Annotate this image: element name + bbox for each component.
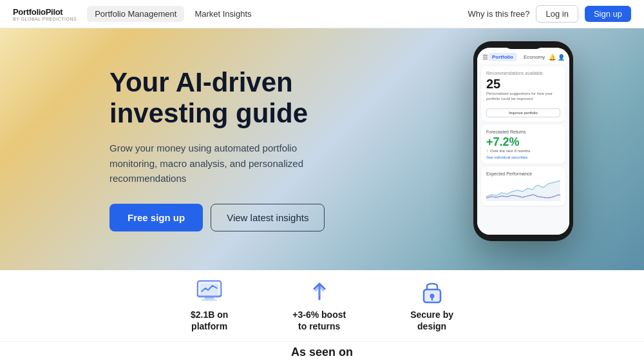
forecasted-period: Over the next 6 months	[490, 149, 530, 153]
recommendations-card: Recommendations available 25 Personalise…	[481, 66, 565, 122]
stat-platform-text: $2.1B on platform	[191, 309, 228, 332]
monitor-icon	[194, 279, 225, 304]
expected-performance-card: Expected Performance	[481, 167, 565, 206]
hero-buttons: Free sign up View latest insights	[109, 204, 335, 231]
stat-boost-text: +3-6% boost to returns	[292, 309, 346, 332]
phone-bell-icon: 🔔	[549, 54, 556, 61]
rec-title-row: Recommendations available	[486, 71, 560, 75]
login-button[interactable]: Log in	[536, 5, 578, 23]
logo-sub: BY GLOBAL PREDICTIONS	[13, 17, 77, 21]
up-arrow-icon: ↑	[486, 149, 488, 153]
phone-mockup: ☰ Portfolio Economy 🔔 👤 Recommendation	[473, 41, 573, 241]
phone-screen: ☰ Portfolio Economy 🔔 👤 Recommendation	[477, 48, 569, 235]
why-free-link[interactable]: Why is this free?	[468, 9, 529, 19]
phone-body: Recommendations available 25 Personalise…	[477, 64, 569, 235]
svg-rect-2	[196, 295, 222, 297]
hero-description: Grow your money using automated portfoli…	[109, 141, 335, 186]
nav-links: Portfolio Management Market Insights	[87, 6, 259, 22]
nav-portfolio-management[interactable]: Portfolio Management	[87, 6, 184, 22]
logo-name: PortfolioPilot	[13, 7, 77, 17]
logo: PortfolioPilot BY GLOBAL PREDICTIONS	[13, 7, 77, 21]
stat-platform: $2.1B on platform	[191, 279, 228, 332]
phone-notch	[504, 41, 543, 49]
forecasted-title: Forecasted Returns	[486, 130, 560, 134]
phone-menu-icon: ☰	[482, 54, 488, 61]
see-securities-link[interactable]: See individual securities	[486, 155, 560, 159]
performance-chart	[486, 179, 560, 201]
as-seen-on-section: As seen on	[0, 341, 644, 363]
rec-label: Recommendations available	[486, 71, 543, 75]
arrow-up-icon	[304, 279, 335, 304]
forecasted-sub: ↑ Over the next 6 months	[486, 149, 560, 153]
improve-portfolio-button[interactable]: Improve portfolio	[486, 108, 560, 117]
hero-title: Your AI-driven investing guide	[109, 67, 335, 130]
stat-secure: Secure by design	[410, 279, 453, 332]
perf-title: Expected Performance	[486, 172, 560, 176]
hero-section: Your AI-driven investing guide Grow your…	[0, 28, 644, 270]
rec-desc: Personalised suggestions for how your po…	[486, 92, 560, 102]
nav-market-insights[interactable]: Market Insights	[187, 6, 259, 22]
hero-content: Your AI-driven investing guide Grow your…	[0, 67, 335, 231]
rec-count: 25	[486, 77, 560, 92]
phone-tab-economy: Economy	[520, 53, 549, 61]
forecasted-value: +7.2%	[486, 135, 560, 149]
as-seen-on-title: As seen on	[291, 346, 353, 359]
phone-user-icon: 👤	[558, 54, 565, 61]
signup-nav-button[interactable]: Sign up	[585, 6, 631, 22]
svg-rect-4	[202, 299, 217, 301]
forecasted-returns-card: Forecasted Returns +7.2% ↑ Over the next…	[481, 125, 565, 164]
phone-header-icons: 🔔 👤	[549, 54, 565, 61]
svg-rect-3	[205, 297, 214, 299]
phone-frame: ☰ Portfolio Economy 🔔 👤 Recommendation	[473, 41, 573, 241]
phone-header: ☰ Portfolio Economy 🔔 👤	[477, 48, 569, 64]
phone-tabs: Portfolio Economy	[488, 53, 549, 61]
lock-icon	[417, 279, 448, 304]
stat-boost: +3-6% boost to returns	[292, 279, 346, 332]
nav-right: Why is this free? Log in Sign up	[468, 5, 631, 23]
view-insights-button[interactable]: View latest insights	[211, 204, 325, 231]
phone-tab-portfolio: Portfolio	[488, 53, 517, 61]
navbar: PortfolioPilot BY GLOBAL PREDICTIONS Por…	[0, 0, 644, 28]
free-signup-button[interactable]: Free sign up	[109, 204, 203, 231]
stats-section: $2.1B on platform +3-6% boost to returns	[0, 270, 644, 341]
stat-secure-text: Secure by design	[410, 309, 453, 332]
